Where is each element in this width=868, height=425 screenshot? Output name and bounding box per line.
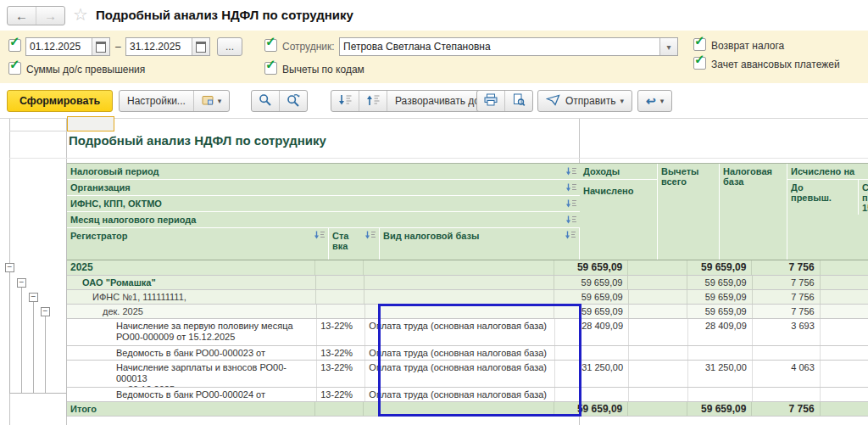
active-cell-cursor[interactable] <box>67 116 114 131</box>
cell-c1[interactable]: 7 756 <box>753 276 821 289</box>
cell-base[interactable] <box>688 346 753 360</box>
table-row[interactable]: Итого59 659,0959 659,097 756 <box>67 402 868 417</box>
sort-icon[interactable] <box>565 231 576 240</box>
cell-c1[interactable] <box>753 346 821 360</box>
cell-base[interactable] <box>688 388 753 401</box>
cell-ded[interactable] <box>629 361 688 387</box>
cell-base[interactable]: 59 659,09 <box>687 260 752 275</box>
tax-refund-label[interactable]: Возврат налога <box>711 40 784 52</box>
cell-ded[interactable] <box>629 388 688 401</box>
back-button[interactable]: ← <box>8 7 36 25</box>
related-reports-button[interactable]: ↩ ▾ <box>638 91 671 111</box>
cell-income[interactable]: 59 659,09 <box>554 260 629 275</box>
group-expander[interactable]: − <box>29 293 38 302</box>
cell-c2[interactable] <box>821 402 868 416</box>
cell-income[interactable]: 59 659,09 <box>554 290 629 304</box>
header-rate[interactable]: Ставка <box>329 228 380 260</box>
cell-rate[interactable]: 13-22% <box>317 319 365 345</box>
cell-rate[interactable]: 13-22% <box>317 388 365 401</box>
cell-ded[interactable] <box>629 305 688 318</box>
cell-kind[interactable] <box>365 305 555 318</box>
cell-base[interactable]: 28 409,09 <box>688 319 753 345</box>
cell-base[interactable]: 59 659,09 <box>687 305 752 318</box>
date-to-calendar-button[interactable] <box>192 38 209 55</box>
cell-income[interactable] <box>555 346 629 360</box>
date-to-input[interactable] <box>126 38 192 55</box>
header-registrar[interactable]: Регистратор <box>67 228 329 260</box>
cell-income[interactable]: 28 409,09 <box>555 319 629 345</box>
cell-c1[interactable]: 7 756 <box>753 305 821 318</box>
print-button[interactable] <box>477 91 504 111</box>
table-row[interactable]: Ведомость в банк РО00-000023 от 19.12.20… <box>67 346 868 361</box>
cell-ded[interactable] <box>629 346 688 360</box>
sort-icon[interactable] <box>364 231 376 240</box>
cell-c2[interactable] <box>821 305 868 318</box>
cell-rate[interactable]: 13-22% <box>317 346 365 360</box>
report-variant-button[interactable]: ▾ <box>193 91 230 111</box>
cell-ded[interactable] <box>629 290 688 304</box>
cell-kind[interactable]: Оплата труда (основная налоговая база) <box>365 388 554 401</box>
cell-c1[interactable]: 7 756 <box>752 260 820 275</box>
group-expander[interactable]: − <box>5 263 14 272</box>
cell-ded[interactable] <box>628 276 687 289</box>
sort-icon[interactable] <box>565 167 577 176</box>
cell-kind[interactable] <box>364 290 554 304</box>
deduction-codes-checkbox[interactable]: ✓ <box>264 62 277 75</box>
cell-rate[interactable] <box>316 290 364 304</box>
cell-c2[interactable] <box>821 388 868 401</box>
cell-rate[interactable]: 13-22% <box>317 361 365 387</box>
header-income[interactable]: Доходы Начислено <box>580 164 658 260</box>
cell-rate[interactable] <box>317 305 365 318</box>
table-row[interactable]: ОАО "Ромашка"59 659,0959 659,097 756 <box>67 276 868 290</box>
cell-income[interactable]: 59 659,09 <box>554 305 629 318</box>
cell-c2[interactable] <box>821 276 868 289</box>
send-button[interactable]: Отправить ▾ <box>538 91 632 111</box>
sort-icon[interactable] <box>314 231 326 240</box>
employee-checkbox[interactable]: ✓ <box>264 39 277 52</box>
header-calculated[interactable]: Исчислено на До превыш. С пр. 15% <box>787 164 868 260</box>
employee-dropdown-button[interactable]: ▾ <box>659 38 677 55</box>
cell-base[interactable]: 59 659,09 <box>687 402 752 416</box>
cell-c1[interactable]: 4 063 <box>753 361 821 387</box>
header-ifns[interactable]: ИФНС, КПП, ОКТМО <box>67 196 580 212</box>
header-calc-under[interactable]: До превыш. <box>787 180 859 215</box>
header-tax-period[interactable]: Налоговый период <box>67 164 580 180</box>
cell-rate[interactable] <box>316 276 364 289</box>
period-checkbox[interactable]: ✓ <box>8 39 21 52</box>
cell-c2[interactable] <box>821 319 868 345</box>
cell-c2[interactable] <box>821 361 868 387</box>
cell-income[interactable]: 59 659,09 <box>554 276 629 289</box>
forward-button[interactable]: → <box>36 7 64 25</box>
settings-button[interactable]: Настройки... <box>120 91 193 111</box>
date-from-input[interactable] <box>26 38 92 55</box>
cell-base[interactable]: 59 659,09 <box>687 290 752 304</box>
cell-income[interactable] <box>555 388 629 401</box>
advance-offset-label[interactable]: Зачет авансовых платежей <box>711 59 840 70</box>
cell-income[interactable]: 59 659,09 <box>554 402 629 416</box>
tax-refund-checkbox[interactable]: ✓ <box>693 38 706 51</box>
cell-name[interactable]: Начисление зарплаты и взносов РО00-00001… <box>67 361 317 387</box>
cell-c1[interactable] <box>753 388 821 401</box>
cell-base[interactable]: 31 250,00 <box>688 361 753 387</box>
cell-c1[interactable]: 7 756 <box>752 402 820 416</box>
cell-c2[interactable] <box>821 290 868 304</box>
header-calc-over[interactable]: С пр. 15% <box>859 180 868 215</box>
cell-kind[interactable] <box>364 276 554 289</box>
period-more-button[interactable]: ... <box>217 37 242 56</box>
search-next-button[interactable] <box>279 91 307 111</box>
table-row[interactable]: 202559 659,0959 659,097 756 <box>67 260 868 276</box>
cell-c2[interactable] <box>821 346 868 360</box>
header-organization[interactable]: Организация <box>67 180 580 196</box>
collapse-groups-button[interactable] <box>331 91 359 111</box>
expand-groups-button[interactable] <box>359 91 387 111</box>
cell-name[interactable]: Ведомость в банк РО00-000024 от 30.12.20… <box>67 388 317 401</box>
cell-name[interactable]: Ведомость в банк РО00-000023 от 19.12.20… <box>67 346 317 360</box>
table-row[interactable]: ИФНС №1, 111111111,59 659,0959 659,097 7… <box>67 290 868 305</box>
employee-input[interactable] <box>340 38 659 55</box>
group-expander[interactable]: − <box>17 278 26 288</box>
cell-rate[interactable] <box>315 402 364 416</box>
date-from-calendar-button[interactable] <box>92 38 109 55</box>
header-base-kind[interactable]: Вид налоговой базы <box>380 228 580 260</box>
table-row[interactable]: Начисление за первую половину месяца РО0… <box>67 319 868 346</box>
cell-kind[interactable]: Оплата труда (основная налоговая база) <box>365 361 554 387</box>
